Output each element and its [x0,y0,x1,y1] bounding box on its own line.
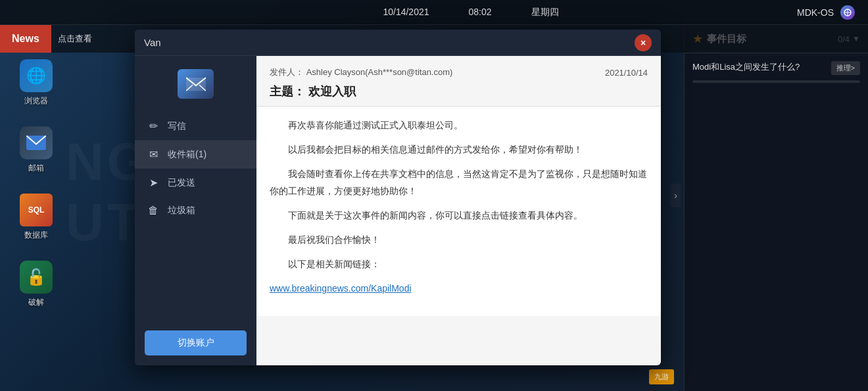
icon-crack[interactable]: 🔓 破解 [20,261,53,308]
news-text: 点击查看 [58,33,92,45]
crack-label: 破解 [28,297,44,308]
from-label: 发件人： [270,67,304,77]
email-date: 2021/10/14 [605,68,648,78]
subject-text: 欢迎入职 [308,85,356,98]
taskbar-right: MDK-OS [797,5,855,20]
taskbar-center: 10/14/2021 08:02 星期四 [383,7,558,18]
compose-label: 写信 [168,120,186,132]
compose-icon: ✏ [147,120,160,132]
email-window-title: Van [144,37,161,48]
progress-bar [692,80,860,83]
email-label: 邮箱 [28,163,44,174]
from-name: Ashley Clayson(Ash***son@titan.com) [306,67,453,77]
taskbar-os-label: MDK-OS [797,7,834,18]
database-label: 数据库 [24,230,48,241]
desktop: 10/14/2021 08:02 星期四 MDK-OS News 点击查看 🌐 … [0,0,868,391]
inbox-label: 收件箱(1) [168,149,206,161]
taskbar-time: 08:02 [469,7,492,18]
sidebar-compose[interactable]: ✏ 写信 [135,112,256,140]
email-subject: 主题： 欢迎入职 [270,84,648,99]
icon-browser[interactable]: 🌐 浏览器 [20,59,53,107]
objective-item: Modi和Lisa之间发生了什么? 推理> [692,61,860,75]
email-header-section: 发件人： Ashley Clayson(Ash***son@titan.com)… [256,56,661,107]
right-panel: ★ 事件目标 0/4 ▼ Modi和Lisa之间发生了什么? 推理> [684,25,868,391]
body-para-1: 再次恭喜你能通过测试正式入职泰坦公司。 [270,117,648,134]
sidebar-sent[interactable]: ➤ 已发送 [135,169,256,197]
icon-email[interactable]: 邮箱 [20,126,53,174]
email-body-area: ✏ 写信 ✉ 收件箱(1) ➤ 已发送 🗑 垃圾箱 切换账户 [135,56,661,365]
trash-icon: 🗑 [147,205,160,217]
sent-label: 已发送 [168,177,195,189]
body-para-4: 下面就是关于这次事件的新闻内容，你可以直接点击链接查看具体内容。 [270,207,648,224]
os-logo-icon [840,5,855,20]
close-button[interactable]: × [635,34,652,51]
email-titlebar: Van × [135,30,661,56]
trash-label: 垃圾箱 [168,205,195,217]
taskbar-weekday: 星期四 [531,7,559,18]
news-link[interactable]: www.breakingnews.com/KapilModi [270,283,412,294]
desktop-icons: 🌐 浏览器 邮箱 SQL 数据库 🔓 破解 [20,59,53,308]
jiuyou-badge: 九游 [649,369,674,384]
email-sidebar: ✏ 写信 ✉ 收件箱(1) ➤ 已发送 🗑 垃圾箱 切换账户 [135,56,256,365]
email-from-field: 发件人： Ashley Clayson(Ash***son@titan.com) [270,66,452,78]
email-icon [20,126,53,159]
browser-label: 浏览器 [24,95,48,107]
switch-account-button[interactable]: 切换账户 [145,330,247,355]
news-badge[interactable]: News [0,25,51,53]
right-panel-toggle[interactable]: › [671,184,681,207]
taskbar: 10/14/2021 08:02 星期四 MDK-OS [0,0,868,25]
email-from-row: 发件人： Ashley Clayson(Ash***son@titan.com)… [270,66,648,78]
body-para-5: 最后祝我们合作愉快！ [270,232,648,248]
email-content-pane: 发件人： Ashley Clayson(Ash***son@titan.com)… [256,56,661,365]
sidebar-inbox[interactable]: ✉ 收件箱(1) [135,140,256,169]
body-para-6: 以下是相关新闻链接： [270,256,648,273]
taskbar-date: 10/14/2021 [383,7,429,18]
push-button[interactable]: 推理> [831,61,860,75]
body-para-3: 我会随时查看你上传在共享文档中的信息，当然这肯定不是为了监视你，只是想随时知道你… [270,166,648,199]
email-logo-icon [178,69,214,99]
database-icon: SQL [20,194,53,226]
right-panel-content: Modi和Lisa之间发生了什么? 推理> [685,53,868,91]
email-app-window: Van × ✏ 写信 [135,30,661,365]
sidebar-trash[interactable]: 🗑 垃圾箱 [135,197,256,224]
subject-prefix: 主题： [270,85,305,98]
crack-icon: 🔓 [20,261,53,294]
email-body-text: 再次恭喜你能通过测试正式入职泰坦公司。 以后我都会把目标的相关信息通过邮件的方式… [256,107,661,316]
icon-database[interactable]: SQL 数据库 [20,194,53,241]
objective-text: Modi和Lisa之间发生了什么? [692,61,826,73]
browser-icon: 🌐 [20,59,53,92]
body-para-2: 以后我都会把目标的相关信息通过邮件的方式发给你，希望对你有帮助！ [270,142,648,158]
sent-icon: ➤ [147,176,160,189]
email-logo-area [135,63,256,112]
inbox-icon: ✉ [147,148,160,161]
